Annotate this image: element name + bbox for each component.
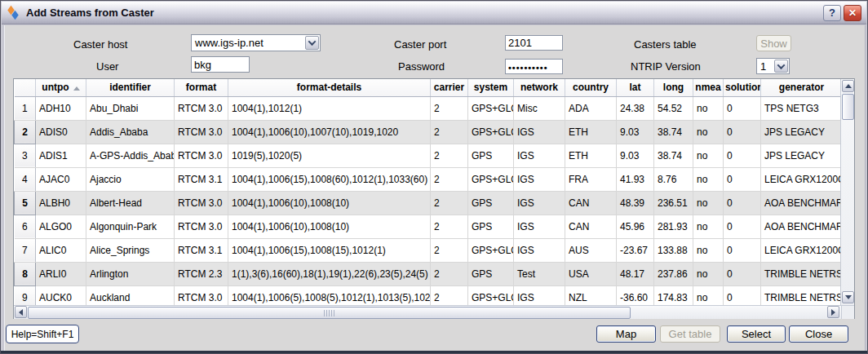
cell-country[interactable]: ETH (565, 144, 617, 167)
cell-solution[interactable]: 0 (724, 238, 761, 262)
cell-format-details[interactable]: 1004(1),1006(5),1008(5),1012(1),1013(5),… (228, 285, 431, 305)
cell-long[interactable]: 38.74 (654, 120, 693, 144)
column-header-identifier[interactable]: identifier (86, 79, 175, 96)
cell-identifier[interactable]: Albert-Head (86, 191, 175, 215)
cell-lat[interactable]: 48.17 (617, 262, 654, 285)
cell-network[interactable]: Misc (514, 96, 565, 120)
cell-solution[interactable]: 0 (724, 96, 761, 120)
cell-generator[interactable]: TRIMBLE NETRS (761, 285, 842, 305)
password-input[interactable] (505, 59, 563, 74)
cell-country[interactable]: CAN (565, 191, 617, 215)
cell-lat[interactable]: 45.96 (617, 215, 654, 238)
cell-country[interactable]: ADA (565, 96, 617, 120)
cell-long[interactable]: 133.88 (654, 238, 693, 262)
cell-network[interactable]: IGS (514, 191, 565, 215)
cell-carrier[interactable]: 2 (431, 215, 468, 238)
scroll-left-icon[interactable] (15, 306, 27, 318)
caster-port-input[interactable] (505, 35, 563, 51)
cell-solution[interactable]: 0 (724, 285, 761, 305)
cell-format-details[interactable]: 1004(1),1006(15),1008(60),1012(1),1033(6… (228, 167, 431, 191)
cell-carrier[interactable]: 2 (431, 238, 468, 262)
cell-solution[interactable]: 0 (724, 144, 761, 167)
column-header-nmea[interactable]: nmea (693, 79, 724, 96)
cell-carrier[interactable]: 2 (431, 120, 468, 144)
row-number[interactable]: 9 (15, 285, 36, 305)
cell-nmea[interactable]: no (693, 191, 724, 215)
row-number[interactable]: 1 (15, 96, 36, 120)
cell-format-details[interactable]: 1019(5),1020(5) (228, 144, 431, 167)
cell-identifier[interactable]: Arlington (86, 262, 175, 285)
cell-format-details[interactable]: 1(1),3(6),16(60),18(1),19(1),22(6),23(5)… (228, 262, 431, 285)
cell-format[interactable]: RTCM 3.1 (175, 167, 228, 191)
cell-identifier[interactable]: Ajaccio (86, 167, 175, 191)
cell-untpo[interactable]: AUCK0 (36, 285, 86, 305)
cell-format[interactable]: RTCM 2.3 (175, 262, 228, 285)
table-row[interactable]: 4AJAC0AjaccioRTCM 3.11004(1),1006(15),10… (15, 167, 842, 191)
cell-format[interactable]: RTCM 3.1 (175, 238, 228, 262)
column-header-carrier[interactable]: carrier (431, 79, 468, 96)
map-button[interactable]: Map (596, 325, 656, 343)
column-header-generator[interactable]: generator (761, 79, 842, 96)
cell-country[interactable]: ETH (565, 120, 617, 144)
cell-generator[interactable]: JPS LEGACY (761, 144, 842, 167)
column-header-long[interactable]: long (654, 79, 693, 96)
caster-host-combobox[interactable]: www.igs-ip.net (191, 34, 321, 51)
cell-network[interactable]: Test (514, 262, 565, 285)
cell-lat[interactable]: -23.67 (617, 238, 654, 262)
column-header-format-details[interactable]: format-details (228, 79, 431, 96)
vertical-scrollbar[interactable] (840, 79, 854, 305)
cell-system[interactable]: GPS (468, 215, 514, 238)
table-row[interactable]: 8ARLI0ArlingtonRTCM 2.31(1),3(6),16(60),… (15, 262, 842, 285)
cell-identifier[interactable]: Auckland (86, 285, 175, 305)
row-number[interactable]: 4 (15, 167, 36, 191)
cell-solution[interactable]: 0 (724, 120, 761, 144)
cell-generator[interactable]: LEICA GRX1200GG (761, 167, 842, 191)
cell-lat[interactable]: 41.93 (617, 167, 654, 191)
cell-generator[interactable]: TRIMBLE NETRS (761, 262, 842, 285)
cell-carrier[interactable]: 2 (431, 285, 468, 305)
column-header-lat[interactable]: lat (617, 79, 654, 96)
cell-untpo[interactable]: ALIC0 (36, 238, 86, 262)
cell-untpo[interactable]: ARLI0 (36, 262, 86, 285)
cell-untpo[interactable]: ADH10 (36, 96, 86, 120)
cell-system[interactable]: GPS+GLO (468, 238, 514, 262)
cell-system[interactable]: GPS+GLO (468, 167, 514, 191)
cell-country[interactable]: AUS (565, 238, 617, 262)
table-row[interactable]: 9AUCK0AucklandRTCM 3.01004(1),1006(5),10… (15, 285, 842, 305)
scroll-up-icon[interactable] (842, 80, 854, 92)
get-table-button[interactable]: Get table (660, 325, 720, 343)
cell-nmea[interactable]: no (693, 238, 724, 262)
cell-format-details[interactable]: 1004(1),1006(15),1008(15),1012(1) (228, 238, 431, 262)
cell-format[interactable]: RTCM 3.0 (175, 191, 228, 215)
row-number[interactable]: 6 (15, 215, 36, 238)
show-button[interactable]: Show (756, 35, 791, 51)
cell-identifier[interactable]: Algonquin-Park (86, 215, 175, 238)
cell-network[interactable]: IGS (514, 167, 565, 191)
column-header-system[interactable]: system (468, 79, 514, 96)
cell-long[interactable]: 174.83 (654, 285, 693, 305)
cell-nmea[interactable]: no (693, 167, 724, 191)
cell-untpo[interactable]: AJAC0 (36, 167, 86, 191)
cell-long[interactable]: 38.74 (654, 144, 693, 167)
cell-system[interactable]: GPS (468, 191, 514, 215)
horizontal-scrollbar[interactable] (14, 305, 841, 319)
cell-nmea[interactable]: no (693, 285, 724, 305)
cell-untpo[interactable]: ALBH0 (36, 191, 86, 215)
row-number[interactable]: 2 (15, 120, 36, 144)
chevron-down-icon[interactable] (305, 36, 319, 50)
cell-lat[interactable]: 9.03 (617, 144, 654, 167)
table-row[interactable]: 1ADH10Abu_DhabiRTCM 3.01004(1),1012(1)2G… (15, 96, 842, 120)
cell-format[interactable]: RTCM 3.0 (175, 215, 228, 238)
cell-generator[interactable]: AOA BENCHMARK (761, 191, 842, 215)
cell-carrier[interactable]: 2 (431, 191, 468, 215)
table-row[interactable]: 3ADIS1A-GPS-Addis_AbabaRTCM 3.01019(5),1… (15, 144, 842, 167)
cell-lat[interactable]: -36.60 (617, 285, 654, 305)
horizontal-scrollbar-thumb[interactable] (28, 307, 631, 319)
table-row[interactable]: 6ALGO0Algonquin-ParkRTCM 3.01004(1),1006… (15, 215, 842, 238)
cell-long[interactable]: 54.52 (654, 96, 693, 120)
cell-solution[interactable]: 0 (724, 215, 761, 238)
cell-carrier[interactable]: 2 (431, 144, 468, 167)
cell-generator[interactable]: LEICA GRX1200GG (761, 238, 842, 262)
row-number[interactable]: 3 (15, 144, 36, 167)
cell-format[interactable]: RTCM 3.0 (175, 144, 228, 167)
